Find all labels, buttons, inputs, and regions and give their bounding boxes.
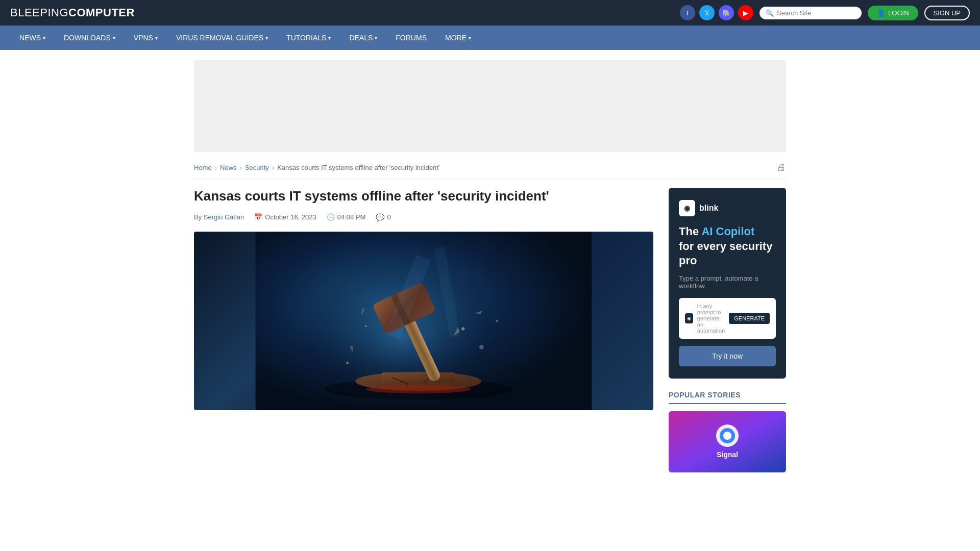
chevron-down-icon: ▾ — [155, 35, 158, 41]
content-wrapper: Home › News › Security › Kansas courts I… — [184, 50, 796, 483]
header-right: f 𝕏 🐘 ▶ 🔍 👤 LOGIN SIGN UP — [680, 5, 970, 20]
logo-text-plain: BLEEPING — [10, 6, 68, 19]
user-icon: 👤 — [877, 9, 885, 17]
story-card[interactable]: Signal — [669, 411, 786, 472]
sidebar: ◉ blink The AI Copilot for every securit… — [669, 188, 786, 472]
site-header: BLEEPINGCOMPUTER f 𝕏 🐘 ▶ 🔍 👤 LOGIN SIGN … — [0, 0, 980, 26]
nav-item-tutorials[interactable]: TUTORIALS ▾ — [277, 26, 340, 50]
author-link[interactable]: Sergiu Gatlan — [204, 213, 244, 221]
article-meta: By Sergiu Gatlan 📅 October 16, 2023 🕓 04… — [194, 213, 653, 221]
chevron-down-icon: ▾ — [469, 35, 471, 41]
breadcrumb-links: Home › News › Security › Kansas courts I… — [194, 164, 439, 171]
search-input[interactable] — [777, 9, 855, 17]
svg-point-14 — [479, 345, 483, 349]
social-icons: f 𝕏 🐘 ▶ — [680, 5, 753, 20]
login-button[interactable]: 👤 LOGIN — [868, 6, 918, 20]
site-logo[interactable]: BLEEPINGCOMPUTER — [10, 6, 135, 19]
login-label: LOGIN — [888, 9, 909, 17]
ad-generate-button[interactable]: GENERATE — [729, 313, 770, 324]
breadcrumb-home[interactable]: Home — [194, 164, 212, 171]
chevron-down-icon: ▾ — [113, 35, 115, 41]
chevron-down-icon: ▾ — [43, 35, 45, 41]
clock-icon: 🕓 — [327, 213, 335, 221]
ad-input-mock: ◉ in any prompt to generate an automatio… — [679, 298, 776, 339]
chevron-down-icon: ▾ — [328, 35, 331, 41]
breadcrumb-news[interactable]: News — [220, 164, 237, 171]
calendar-icon: 📅 — [254, 213, 262, 221]
ad-banner — [194, 60, 786, 152]
svg-point-12 — [461, 327, 464, 330]
nav-item-deals[interactable]: DEALS ▾ — [340, 26, 386, 50]
search-bar: 🔍 — [760, 7, 862, 19]
chevron-down-icon: ▾ — [375, 35, 377, 41]
blink-logo-icon: ◉ — [679, 200, 695, 216]
comment-icon: 💬 — [376, 213, 384, 221]
breadcrumb-security[interactable]: Security — [245, 164, 269, 171]
breadcrumb-separator: › — [240, 164, 242, 171]
signup-button[interactable]: SIGN UP — [924, 6, 970, 20]
sidebar-ad: ◉ blink The AI Copilot for every securit… — [669, 188, 786, 379]
blink-logo-text: blink — [699, 204, 718, 213]
popular-stories-title: POPULAR STORIES — [669, 391, 786, 404]
article-time: 🕓 04:08 PM — [327, 213, 366, 221]
article: Kansas courts IT systems offline after '… — [194, 188, 653, 472]
nav-item-news[interactable]: NEWS ▾ — [10, 26, 55, 50]
ad-input-text: in any prompt to generate an automation — [697, 303, 725, 334]
popular-stories: POPULAR STORIES — [669, 391, 786, 472]
twitter-icon[interactable]: 𝕏 — [699, 5, 715, 20]
breadcrumb: Home › News › Security › Kansas courts I… — [194, 162, 786, 180]
search-icon: 🔍 — [766, 9, 774, 17]
svg-text:Signal: Signal — [717, 450, 738, 459]
facebook-icon[interactable]: f — [680, 5, 695, 20]
svg-point-13 — [365, 325, 367, 327]
article-author: By Sergiu Gatlan — [194, 213, 244, 221]
article-hero-image — [194, 232, 653, 410]
mastodon-icon[interactable]: 🐘 — [719, 5, 734, 20]
logo-text-bold: COMPUTER — [68, 6, 135, 19]
nav-item-more[interactable]: MORE ▾ — [436, 26, 480, 50]
chevron-down-icon: ▾ — [265, 35, 268, 41]
nav-item-forums[interactable]: FORUMS — [386, 26, 436, 50]
ad-cta-button[interactable]: Try it now — [679, 346, 776, 366]
article-date: 📅 October 16, 2023 — [254, 213, 316, 221]
article-title: Kansas courts IT systems offline after '… — [194, 188, 653, 205]
ad-subtext: Type a prompt, automate a workflow. — [679, 274, 776, 290]
article-comments[interactable]: 💬 0 — [376, 213, 390, 221]
main-layout: Kansas courts IT systems offline after '… — [194, 188, 786, 472]
ad-input-icon: ◉ — [685, 313, 693, 323]
nav-item-vpns[interactable]: VPNS ▾ — [125, 26, 167, 50]
breadcrumb-current: Kansas courts IT systems offline after '… — [277, 164, 439, 171]
ad-headline: The AI Copilot for every security pro — [679, 224, 776, 268]
nav-item-downloads[interactable]: DOWNLOADS ▾ — [55, 26, 125, 50]
story-card-bg: Signal — [669, 411, 786, 472]
breadcrumb-separator: › — [215, 164, 217, 171]
svg-point-16 — [496, 320, 498, 322]
blink-logo: ◉ blink — [679, 200, 776, 216]
svg-point-15 — [346, 362, 349, 364]
youtube-icon[interactable]: ▶ — [738, 5, 753, 20]
svg-point-19 — [366, 385, 471, 393]
svg-point-23 — [723, 432, 731, 440]
gavel-illustration — [194, 232, 653, 410]
main-nav: NEWS ▾ DOWNLOADS ▾ VPNS ▾ VIRUS REMOVAL … — [0, 26, 980, 50]
nav-item-virus-removal[interactable]: VIRUS REMOVAL GUIDES ▾ — [167, 26, 277, 50]
breadcrumb-separator: › — [272, 164, 274, 171]
print-icon[interactable]: 🖨 — [777, 162, 786, 173]
